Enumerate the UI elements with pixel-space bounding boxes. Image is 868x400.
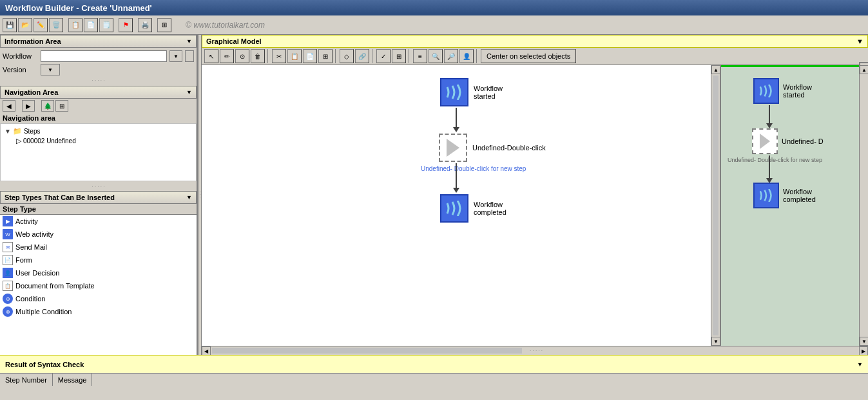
graph-zoom-in-btn[interactable]: 🔍	[429, 49, 443, 63]
step-item-condition[interactable]: ⊕ Condition	[0, 292, 197, 305]
graph-list-btn[interactable]: ≡	[413, 49, 427, 63]
nav-tree-button[interactable]: 🌲	[41, 100, 54, 112]
arrow2	[453, 163, 459, 193]
nav-area-header[interactable]: Navigation Area ▼	[0, 86, 197, 99]
mail-icon: ✉	[3, 242, 13, 252]
canvas-scroll-thumb[interactable]	[713, 75, 719, 335]
step-label-send-mail: Send Mail	[15, 243, 47, 251]
graph-copy-btn[interactable]: 📋	[287, 49, 302, 63]
mp-arrow1-head	[766, 123, 773, 128]
tree-folder-icon: 📁	[13, 127, 22, 135]
step-list: ▶ Activity W Web activity ✉ Send Mail 📄 …	[0, 215, 197, 355]
info-area-collapse-icon[interactable]: ▼	[186, 38, 192, 45]
step-item-user-decision[interactable]: 👤 User Decision	[0, 266, 197, 279]
tree-node-label: 000002 Undefined	[23, 137, 76, 145]
arrow1-line	[456, 108, 457, 127]
grid-button[interactable]: ⊞	[157, 18, 171, 32]
wf-completed-waves	[445, 201, 464, 216]
title-bar: Workflow Builder - Create 'Unnamed'	[0, 0, 868, 15]
mp-v-scrollbar[interactable]: ▲ ▼	[859, 65, 868, 346]
mp-undefined-icon	[752, 128, 778, 154]
nav-back-button[interactable]: ◀	[3, 100, 15, 112]
arrow1	[453, 108, 459, 132]
canvas-h-scrollbar[interactable]: ◀ · · · · · ▶	[202, 346, 868, 355]
center-selected-button[interactable]: Center on selected objects	[481, 49, 576, 63]
canvas-scroll-up[interactable]: ▲	[711, 65, 720, 74]
save-button[interactable]: 💾	[3, 18, 17, 32]
graph-clone-btn[interactable]: ⊞	[318, 49, 333, 63]
delete-button[interactable]: 🗑️	[49, 18, 63, 32]
graph-diamond-btn[interactable]: ◇	[340, 49, 354, 63]
info-area-header[interactable]: Information Area ▼	[0, 35, 197, 48]
step-label-multiple-condition: Multiple Condition	[15, 308, 72, 315]
bottom-panel-arrow[interactable]: ▼	[852, 359, 868, 370]
edit-button[interactable]: ✏️	[34, 18, 48, 32]
graph-person-btn[interactable]: 👤	[459, 49, 474, 63]
clipboard-button[interactable]: 🗒️	[99, 18, 113, 32]
wf-undefined-sublabel: Undefined- Double-click for new step	[421, 165, 526, 172]
open-button[interactable]: 📂	[18, 18, 32, 32]
step-item-activity[interactable]: ▶ Activity	[0, 215, 197, 228]
workflow-scrollbar[interactable]	[185, 50, 194, 62]
graph-canvas[interactable]: Workflowstarted Undefined-Dou	[202, 65, 711, 346]
mp-arrow1	[766, 105, 773, 128]
tree-undefined-node[interactable]: ▷ 000002 Undefined	[3, 136, 193, 146]
step-item-form[interactable]: 📄 Form	[0, 254, 197, 266]
nav-grid-button2[interactable]: ⊞	[55, 100, 68, 112]
paste-button[interactable]: 📄	[84, 18, 98, 32]
graph-paste-btn[interactable]: 📄	[303, 49, 317, 63]
step-types-collapse-icon[interactable]: ▼	[186, 194, 192, 201]
step-label-activity: Activity	[15, 217, 38, 225]
workflow-dropdown[interactable]: ▼	[169, 50, 182, 62]
flag-button[interactable]: ⚑	[119, 18, 133, 32]
graph-pencil-btn[interactable]: ✏	[220, 49, 234, 63]
canvas-h-dots: · · · · ·	[523, 346, 549, 355]
copy-button[interactable]: 📋	[68, 18, 82, 32]
canvas-v-scrollbar[interactable]: ▲ ▼	[711, 65, 720, 346]
nav-area-inner-label: Navigation area	[0, 113, 197, 123]
graph-lasso-btn[interactable]: ⊙	[235, 49, 249, 63]
step-item-multiple-condition[interactable]: ⊗ Multiple Condition	[0, 305, 197, 318]
wf-undefined-node[interactable]: Undefined-Double-click	[439, 134, 546, 162]
wf-started-label: Workflowstarted	[474, 85, 503, 100]
tree-node-icon: ▷	[16, 137, 21, 145]
mp-undefined-node[interactable]: Undefined- D	[752, 128, 824, 154]
graph-select-btn[interactable]: ↖	[204, 49, 218, 63]
step-types-header[interactable]: Step Types That Can Be Inserted ▼	[0, 191, 197, 204]
graph-cut-btn[interactable]: ✂	[272, 49, 286, 63]
version-dropdown[interactable]: ▼	[41, 64, 60, 75]
wf-started-waves	[445, 85, 464, 100]
step-label-document-template: Document from Template	[15, 282, 95, 290]
step-item-document-template[interactable]: 📋 Document from Template	[0, 279, 197, 292]
mp-scroll-track	[860, 74, 868, 337]
graph-toolbar: ↖ ✏ ⊙ 🗑 ✂ 📋 📄 ⊞ ◇ 🔗 ✓ ⊞ ≡ 🔍 🔎 👤 Center o…	[202, 48, 868, 65]
graph-delete-btn[interactable]: 🗑	[251, 49, 265, 63]
mp-undefined-label: Undefined- D	[782, 137, 824, 145]
info-area: Workflow ▼ Version ▼ · · · · ·	[0, 48, 197, 86]
step-item-send-mail[interactable]: ✉ Send Mail	[0, 241, 197, 254]
tree-steps-root[interactable]: ▼ 📁 Steps	[3, 126, 193, 136]
left-panel: Information Area ▼ Workflow ▼ Version ▼ …	[0, 35, 198, 355]
condition-icon: ⊕	[3, 294, 13, 304]
graph-check-btn[interactable]: ✓	[376, 49, 391, 63]
nav-area-collapse-icon[interactable]: ▼	[186, 89, 192, 95]
mp-scroll-down[interactable]: ▼	[860, 337, 868, 346]
workflow-input[interactable]	[41, 50, 167, 62]
canvas-h-thumb[interactable]	[212, 348, 522, 354]
activity-icon: ▶	[3, 216, 13, 226]
print-button[interactable]: 🖨️	[138, 18, 152, 32]
canvas-scroll-down[interactable]: ▼	[711, 337, 720, 346]
step-type-col-header: Step Type	[0, 204, 197, 215]
green-line	[721, 65, 868, 67]
canvas-scroll-left[interactable]: ◀	[202, 346, 211, 355]
wf-completed-label: Workflowcompleted	[474, 201, 506, 216]
graph-zoom-out-btn[interactable]: 🔎	[444, 49, 458, 63]
mp-arrow1-line	[769, 105, 770, 123]
graph-grid-btn[interactable]: ⊞	[392, 49, 406, 63]
mp-scroll-up[interactable]: ▲	[860, 65, 868, 74]
nav-forward-button[interactable]: ▶	[22, 100, 35, 112]
canvas-scroll-right[interactable]: ▶	[859, 346, 868, 355]
step-item-web-activity[interactable]: W Web activity	[0, 228, 197, 241]
graph-link-btn[interactable]: 🔗	[355, 49, 369, 63]
tree-expand-icon: ▼	[5, 128, 11, 135]
